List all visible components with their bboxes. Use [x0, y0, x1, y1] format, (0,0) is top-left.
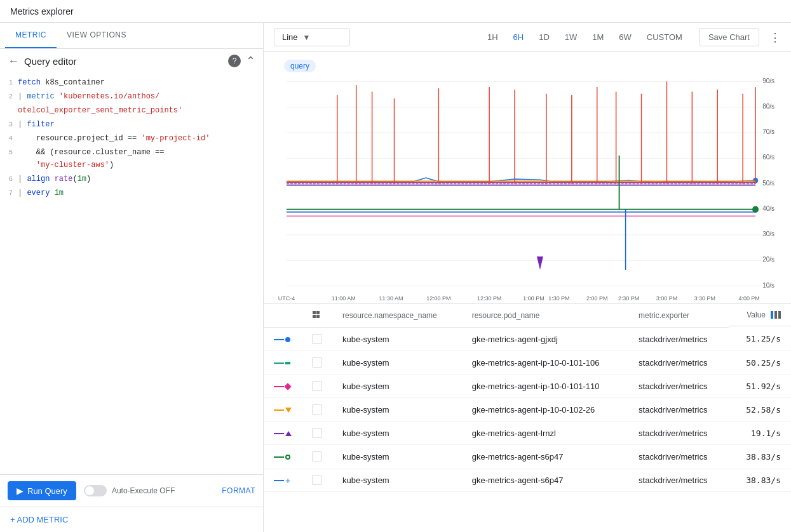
svg-text:2:00 PM: 2:00 PM [586, 295, 607, 301]
value-cell: 38.83/s [729, 445, 791, 469]
row-checkbox[interactable] [312, 357, 322, 368]
code-line-1: 1 fetch k8s_container [0, 76, 263, 90]
chart-type-dropdown-arrow: ▼ [303, 33, 311, 42]
back-arrow-icon[interactable]: ← [8, 55, 19, 68]
code-line-6: 6 | align rate(1m) [0, 172, 263, 186]
svg-text:11:30 AM: 11:30 AM [379, 295, 403, 301]
row-checkbox-cell [302, 422, 332, 445]
main-layout: METRIC VIEW OPTIONS ← Query editor ? ⌃ 1… [0, 23, 791, 532]
code-line-4: 4 resource.project_id == 'my-project-id' [0, 131, 263, 145]
value-cell: 51.25/s [729, 328, 791, 351]
add-metric-bar[interactable]: + ADD METRIC [0, 507, 263, 532]
value-cell: 19.1/s [729, 422, 791, 445]
series-indicator [264, 398, 302, 422]
svg-rect-34 [316, 311, 320, 314]
svg-text:50/s: 50/s [762, 179, 774, 186]
svg-rect-35 [313, 315, 316, 318]
data-table: resource.namespace_name resource.pod_nam… [264, 304, 791, 492]
time-btn-1d[interactable]: 1D [532, 29, 556, 46]
row-checkbox-cell [302, 469, 332, 492]
exporter-cell: stackdriver/metrics [628, 469, 729, 492]
add-metric-label: + ADD METRIC [10, 515, 68, 524]
row-checkbox[interactable] [312, 334, 322, 344]
series-indicator: + [264, 469, 302, 492]
exporter-cell: stackdriver/metrics [628, 375, 729, 398]
more-options-icon[interactable]: ⋮ [769, 30, 781, 44]
svg-text:11:00 AM: 11:00 AM [332, 295, 356, 301]
query-editor-section: ← Query editor ? ⌃ 1 fetch k8s_container… [0, 49, 263, 507]
pod-cell: gke-metrics-agent-ip-10-0-101-110 [462, 375, 628, 398]
pod-cell: gke-metrics-agent-ip-10-0-101-106 [462, 351, 628, 375]
auto-execute-label: Auto-Execute OFF [112, 486, 175, 495]
code-editor[interactable]: 1 fetch k8s_container 2 | metric 'kubern… [0, 73, 263, 474]
svg-text:20/s: 20/s [762, 256, 774, 263]
row-checkbox[interactable] [312, 451, 322, 462]
table-row: kube-system gke-metrics-agent-ip-10-0-10… [264, 398, 791, 422]
exporter-cell: stackdriver/metrics [628, 398, 729, 422]
time-btn-custom[interactable]: CUSTOM [640, 29, 689, 46]
table-row: + kube-system gke-metrics-agent-s6p47 st… [264, 469, 791, 492]
toggle-switch[interactable] [84, 485, 107, 496]
tab-view-options[interactable]: VIEW OPTIONS [57, 23, 137, 48]
run-query-button[interactable]: ▶ Run Query [8, 481, 76, 500]
namespace-grid-icon [312, 310, 322, 321]
table-row: kube-system gke-metrics-agent-ip-10-0-10… [264, 351, 791, 375]
svg-text:10/s: 10/s [762, 281, 774, 288]
data-table-section: resource.namespace_name resource.pod_nam… [264, 303, 791, 532]
time-btn-1m[interactable]: 1M [586, 29, 610, 46]
tab-bar: METRIC VIEW OPTIONS [0, 23, 263, 49]
time-btn-6h[interactable]: 6H [507, 29, 531, 46]
row-checkbox-cell [302, 398, 332, 422]
value-cell: 52.58/s [729, 398, 791, 422]
namespace-cell: kube-system [332, 375, 462, 398]
time-btn-1h[interactable]: 1H [481, 29, 504, 46]
row-checkbox[interactable] [312, 428, 322, 438]
help-icon[interactable]: ? [228, 55, 241, 67]
query-tag[interactable]: query [284, 60, 316, 72]
series-indicator [264, 375, 302, 398]
query-editor-title: Query editor [24, 56, 223, 67]
series-indicator [264, 445, 302, 469]
value-cell: 50.25/s [729, 351, 791, 375]
svg-text:12:00 PM: 12:00 PM [426, 295, 450, 301]
time-btn-1w[interactable]: 1W [558, 29, 584, 46]
auto-execute-toggle: Auto-Execute OFF [84, 485, 175, 496]
chart-toolbar: Line ▼ 1H 6H 1D 1W 1M 6W CUSTOM Save Cha… [264, 23, 791, 52]
code-line-2: 2 | metric 'kubernetes.io/anthos/ [0, 90, 263, 103]
code-line-2b: otelcol_exporter_sent_metric_points' [0, 103, 263, 117]
series-indicator [264, 351, 302, 375]
value-column-icon[interactable] [771, 311, 781, 319]
query-editor-header: ← Query editor ? ⌃ [0, 49, 263, 73]
svg-text:80/s: 80/s [762, 103, 774, 110]
th-pod: resource.pod_name [462, 304, 628, 328]
time-btn-6w[interactable]: 6W [612, 29, 638, 46]
row-checkbox-cell [302, 445, 332, 469]
svg-text:30/s: 30/s [762, 230, 774, 237]
run-query-label: Run Query [27, 486, 67, 496]
row-checkbox-cell [302, 351, 332, 375]
svg-text:40/s: 40/s [762, 205, 774, 212]
row-checkbox[interactable] [312, 404, 322, 415]
tab-metric[interactable]: METRIC [5, 23, 57, 48]
row-checkbox[interactable] [312, 381, 322, 391]
svg-text:60/s: 60/s [762, 154, 774, 161]
svg-text:2:30 PM: 2:30 PM [618, 295, 639, 301]
namespace-cell: kube-system [332, 422, 462, 445]
query-tag-container: query [264, 52, 791, 75]
pod-cell: gke-metrics-agent-ip-10-0-102-26 [462, 398, 628, 422]
svg-text:1:00 PM: 1:00 PM [523, 295, 544, 301]
play-icon: ▶ [17, 486, 24, 496]
code-line-5: 5 && (resource.cluster_name == 'my-clust… [0, 145, 263, 172]
chart-area: 90/s 80/s 70/s 60/s 50/s 40/s 30/s 20/s … [264, 75, 791, 303]
code-line-3: 3 | filter [0, 117, 263, 131]
collapse-icon[interactable]: ⌃ [246, 54, 255, 68]
chart-type-select[interactable]: Line ▼ [274, 28, 350, 46]
value-cell: 51.92/s [729, 375, 791, 398]
save-chart-button[interactable]: Save Chart [699, 28, 759, 46]
row-checkbox-cell [302, 375, 332, 398]
row-checkbox[interactable] [312, 475, 322, 485]
svg-text:3:00 PM: 3:00 PM [656, 295, 677, 301]
right-panel: Line ▼ 1H 6H 1D 1W 1M 6W CUSTOM Save Cha… [264, 23, 791, 532]
row-checkbox-cell [302, 328, 332, 351]
format-button[interactable]: FORMAT [222, 486, 255, 495]
